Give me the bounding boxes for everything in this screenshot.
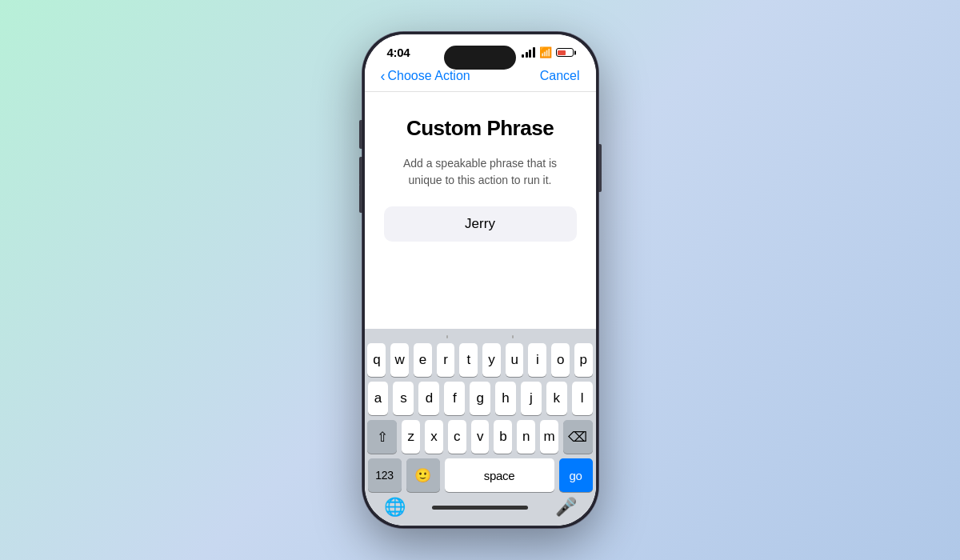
dynamic-island (444, 46, 516, 70)
wifi-icon: 📶 (539, 46, 552, 58)
status-bar: 4:04 📶 (365, 34, 596, 62)
home-indicator (432, 506, 528, 510)
keyboard: q w e r t y u i o p a s d f g (365, 329, 596, 526)
cancel-button[interactable]: Cancel (540, 69, 580, 83)
key-x[interactable]: x (425, 420, 443, 454)
key-t[interactable]: t (459, 343, 478, 377)
key-u[interactable]: u (506, 343, 524, 377)
key-c[interactable]: c (448, 420, 466, 454)
key-a[interactable]: a (368, 382, 389, 415)
key-h[interactable]: h (495, 382, 516, 415)
keyboard-row-3: ⇧ z x c v b n m ⌫ (368, 420, 593, 454)
back-button[interactable]: ‹ Choose Action (381, 69, 470, 83)
key-s[interactable]: s (393, 382, 414, 415)
globe-icon[interactable]: 🌐 (384, 497, 406, 518)
key-w[interactable]: w (390, 343, 409, 377)
phrase-input[interactable] (384, 206, 577, 242)
key-m[interactable]: m (540, 420, 558, 454)
key-r[interactable]: r (437, 343, 455, 377)
key-e[interactable]: e (414, 343, 432, 377)
shift-key[interactable]: ⇧ (367, 420, 397, 454)
emoji-key[interactable]: 🙂 (406, 458, 440, 492)
go-key[interactable]: go (559, 458, 593, 492)
key-g[interactable]: g (470, 382, 490, 415)
key-k[interactable]: k (546, 382, 567, 415)
phone-screen: 4:04 📶 (365, 34, 596, 526)
numbers-key[interactable]: 123 (368, 458, 402, 492)
status-icons: 📶 (522, 46, 574, 58)
key-q[interactable]: q (367, 343, 386, 377)
signal-icon (522, 47, 535, 58)
space-key[interactable]: space (445, 458, 554, 492)
keyboard-row-1: q w e r t y u i o p (368, 343, 593, 377)
key-b[interactable]: b (494, 420, 512, 454)
key-f[interactable]: f (444, 382, 465, 415)
key-j[interactable]: j (521, 382, 542, 415)
key-y[interactable]: y (482, 343, 501, 377)
page-title: Custom Phrase (406, 116, 554, 141)
status-time: 4:04 (387, 46, 410, 59)
chevron-left-icon: ‹ (381, 69, 386, 83)
phone-frame: 4:04 📶 (362, 32, 598, 528)
key-d[interactable]: d (418, 382, 439, 415)
battery-icon (556, 48, 574, 57)
keyboard-row-4: 123 🙂 space go (368, 458, 593, 492)
page-description: Add a speakable phrase that is unique to… (392, 155, 568, 189)
key-i[interactable]: i (528, 343, 546, 377)
key-p[interactable]: p (574, 343, 593, 377)
keyboard-divider-left (446, 335, 448, 338)
key-l[interactable]: l (572, 382, 593, 415)
key-z[interactable]: z (402, 420, 420, 454)
key-n[interactable]: n (517, 420, 535, 454)
keyboard-row-2: a s d f g h j k l (368, 382, 593, 415)
delete-key[interactable]: ⌫ (563, 420, 593, 454)
back-label: Choose Action (388, 69, 470, 83)
microphone-icon[interactable]: 🎤 (555, 497, 577, 518)
content-area: Custom Phrase Add a speakable phrase tha… (365, 92, 596, 329)
key-v[interactable]: v (471, 420, 490, 454)
keyboard-divider-right (512, 335, 514, 338)
key-o[interactable]: o (551, 343, 570, 377)
bottom-icons-row: 🌐 🎤 (368, 497, 593, 518)
